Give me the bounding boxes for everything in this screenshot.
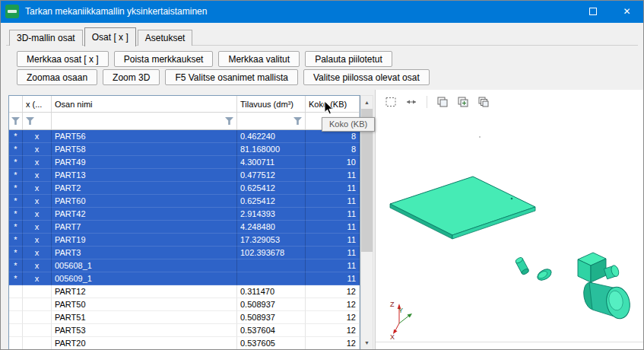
cell-mark[interactable]: *: [9, 208, 23, 221]
cell-name[interactable]: 005609_1: [52, 272, 237, 285]
cell-size[interactable]: 12: [306, 324, 360, 337]
cell-volume[interactable]: 2.914393: [237, 208, 306, 221]
cell-mark[interactable]: [9, 285, 23, 298]
cell-mark[interactable]: *: [9, 143, 23, 156]
cell-mark[interactable]: [9, 311, 23, 324]
cell-x[interactable]: x: [23, 234, 52, 247]
table-row[interactable]: *xPART5881.1680008: [9, 143, 360, 156]
zoomaa-osaan-button[interactable]: Zoomaa osaan: [17, 69, 97, 85]
cell-mark[interactable]: *: [9, 259, 23, 272]
cell-volume[interactable]: 0.477512: [237, 169, 306, 182]
marquee-select-icon[interactable]: [382, 94, 399, 110]
cell-volume[interactable]: 0.508937: [237, 298, 306, 311]
table-scrollbar[interactable]: ▲ ▼: [360, 95, 373, 350]
cell-x[interactable]: x: [23, 259, 52, 272]
maximize-button[interactable]: [576, 0, 610, 23]
cell-x[interactable]: [23, 324, 52, 337]
cell-name[interactable]: PART20: [52, 337, 237, 350]
column-header-name[interactable]: Osan nimi: [52, 96, 237, 112]
cell-size[interactable]: 8: [306, 143, 360, 156]
model-disc[interactable]: [535, 267, 553, 282]
cell-volume[interactable]: 81.168000: [237, 143, 306, 156]
cell-size[interactable]: 12: [306, 337, 360, 350]
table-row[interactable]: PART500.50893712: [9, 298, 360, 311]
cell-size[interactable]: 11: [306, 169, 360, 182]
model-plate[interactable]: [390, 177, 535, 239]
cell-size[interactable]: 12: [306, 311, 360, 324]
table-row[interactable]: PART120.31147012: [9, 285, 360, 298]
column-header-mark[interactable]: [9, 96, 23, 112]
cell-x[interactable]: x: [23, 182, 52, 195]
cell-name[interactable]: PART19: [52, 234, 237, 247]
f5-valitse-osanimet-button[interactable]: F5 Valitse osanimet mallista: [165, 69, 298, 85]
cell-name[interactable]: PART50: [52, 298, 237, 311]
cell-mark[interactable]: [9, 337, 23, 350]
table-row[interactable]: PART200.53760512: [9, 337, 360, 350]
filter-icon[interactable]: [26, 117, 34, 125]
cell-mark[interactable]: *: [9, 234, 23, 247]
cell-name[interactable]: PART58: [52, 143, 237, 156]
cell-mark[interactable]: *: [9, 156, 23, 169]
model-motor[interactable]: [578, 253, 633, 321]
cell-x[interactable]: x: [23, 272, 52, 285]
cell-mark[interactable]: [9, 324, 23, 337]
cell-name[interactable]: PART13: [52, 169, 237, 182]
scroll-up-button[interactable]: ▲: [361, 96, 373, 109]
cell-mark[interactable]: *: [9, 247, 23, 259]
cell-name[interactable]: PART49: [52, 156, 237, 169]
cell-mark[interactable]: *: [9, 182, 23, 195]
table-row[interactable]: *xPART560.4622408: [9, 130, 360, 143]
copy-view-icon[interactable]: [434, 94, 451, 110]
pan-move-icon[interactable]: [403, 94, 420, 110]
table-row[interactable]: *xPART422.91439311: [9, 208, 360, 221]
cell-size[interactable]: 10: [306, 156, 360, 169]
table-row[interactable]: *x005608_111: [9, 259, 360, 272]
cell-x[interactable]: [23, 311, 52, 324]
cell-x[interactable]: [23, 337, 52, 350]
filter-icon[interactable]: [293, 117, 302, 125]
cell-volume[interactable]: 0.537605: [237, 337, 306, 350]
cell-name[interactable]: PART53: [52, 324, 237, 337]
tab-3d-mallin-osat[interactable]: 3D-mallin osat: [9, 30, 83, 46]
merkkaa-valitut-button[interactable]: Merkkaa valitut: [218, 51, 300, 67]
cell-x[interactable]: x: [23, 208, 52, 221]
scroll-down-button[interactable]: ▼: [361, 336, 373, 349]
palauta-piilotetut-button[interactable]: Palauta piilotetut: [305, 51, 392, 67]
cell-name[interactable]: PART12: [52, 285, 237, 298]
cell-name[interactable]: PART56: [52, 130, 237, 143]
copy-add-icon[interactable]: [455, 94, 471, 110]
cell-size[interactable]: 11: [306, 272, 360, 285]
cell-volume[interactable]: [237, 272, 306, 285]
cell-size[interactable]: 12: [306, 285, 360, 298]
cell-name[interactable]: PART60: [52, 195, 237, 208]
cell-name[interactable]: PART2: [52, 182, 237, 195]
cell-mark[interactable]: [9, 298, 23, 311]
cell-size[interactable]: 11: [306, 221, 360, 234]
column-header-volume[interactable]: Tilavuus (dm³): [237, 96, 306, 112]
filter-icon[interactable]: [11, 117, 20, 125]
cell-x[interactable]: x: [23, 221, 52, 234]
cell-size[interactable]: 12: [306, 298, 360, 311]
cell-volume[interactable]: 4.248480: [237, 221, 306, 234]
cell-size[interactable]: 11: [306, 182, 360, 195]
table-row[interactable]: *xPART130.47751211: [9, 169, 360, 182]
cell-x[interactable]: [23, 298, 52, 311]
table-row[interactable]: *xPART20.62541211: [9, 182, 360, 195]
valitse-piilossa-button[interactable]: Valitse piilossa olevat osat: [303, 69, 430, 85]
merkkaa-osat-button[interactable]: Merkkaa osat [ x ]: [17, 51, 109, 67]
cell-volume[interactable]: [237, 259, 306, 272]
cell-x[interactable]: x: [23, 247, 52, 259]
cell-volume[interactable]: 0.537604: [237, 324, 306, 337]
cell-mark[interactable]: *: [9, 169, 23, 182]
cell-mark[interactable]: *: [9, 272, 23, 285]
cell-volume[interactable]: 0.462240: [237, 130, 306, 143]
cell-mark[interactable]: *: [9, 130, 23, 143]
table-row[interactable]: *xPART600.62541211: [9, 195, 360, 208]
zoom-3d-button[interactable]: Zoom 3D: [103, 69, 160, 85]
table-row[interactable]: *xPART74.24848011: [9, 221, 360, 234]
cell-volume[interactable]: 4.300711: [237, 156, 306, 169]
table-row[interactable]: *xPART1917.32905311: [9, 234, 360, 247]
copy-stack-icon[interactable]: [475, 94, 492, 110]
table-row[interactable]: PART510.50893712: [9, 311, 360, 324]
model-small-cylinder[interactable]: [515, 256, 529, 275]
